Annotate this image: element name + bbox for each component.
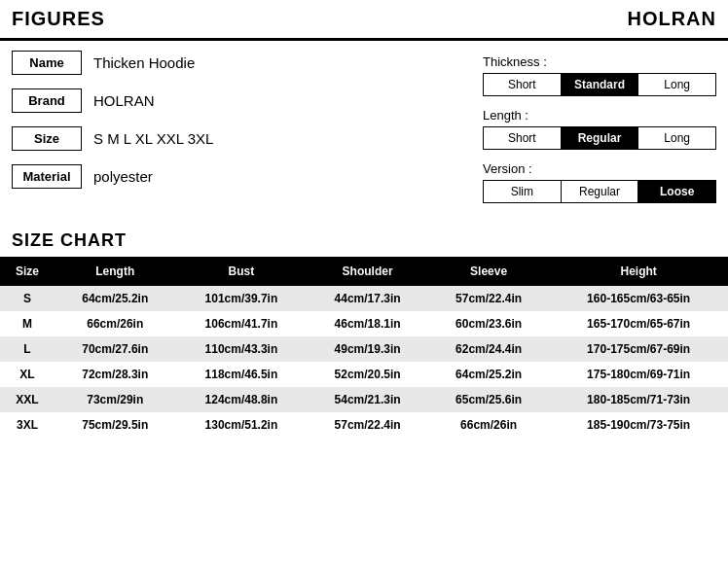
size-chart-section: SIZE CHART Size Length Bust Shoulder Sle… (0, 225, 728, 449)
length-label: Length : (483, 108, 716, 123)
table-cell: 170-175cm/67-69in (549, 336, 728, 362)
table-cell: 160-165cm/63-65in (549, 286, 728, 311)
table-cell: 72cm/28.3in (55, 362, 175, 387)
page-header: FIGURES HOLRAN (0, 0, 728, 41)
table-cell: 124cm/48.8in (175, 387, 307, 412)
col-sleeve: Sleeve (428, 257, 549, 286)
brand-value: HOLRAN (93, 92, 155, 109)
table-cell: 70cm/27.6in (55, 336, 175, 362)
length-buttons: Short Regular Long (483, 126, 716, 150)
length-short[interactable]: Short (484, 127, 562, 149)
table-cell: 62cm/24.4in (428, 336, 549, 362)
table-cell: 175-180cm/69-71in (549, 362, 728, 387)
version-loose[interactable]: Loose (638, 181, 715, 202)
thickness-group: Thickness : Short Standard Long (483, 54, 716, 96)
size-chart-title: SIZE CHART (0, 225, 728, 257)
header-brand: HOLRAN (627, 8, 716, 30)
table-row: XL72cm/28.3in118cm/46.5in52cm/20.5in64cm… (0, 362, 728, 387)
table-row: M66cm/26in106cm/41.7in46cm/18.1in60cm/23… (0, 311, 728, 336)
table-cell: 73cm/29in (55, 387, 175, 412)
table-row: XXL73cm/29in124cm/48.8in54cm/21.3in65cm/… (0, 387, 728, 412)
length-group: Length : Short Regular Long (483, 108, 716, 150)
name-value: Thicken Hoodie (93, 54, 195, 71)
version-regular[interactable]: Regular (562, 181, 639, 202)
table-row: L70cm/27.6in110cm/43.3in49cm/19.3in62cm/… (0, 336, 728, 362)
length-long[interactable]: Long (638, 127, 715, 149)
size-label: Size (12, 126, 82, 151)
brand-label: Brand (12, 88, 82, 113)
thickness-label: Thickness : (483, 54, 716, 69)
table-cell: 66cm/26in (428, 412, 549, 438)
material-label: Material (12, 164, 82, 189)
table-cell: 118cm/46.5in (175, 362, 307, 387)
table-row: 3XL75cm/29.5in130cm/51.2in57cm/22.4in66c… (0, 412, 728, 438)
name-label: Name (12, 51, 82, 75)
table-cell: 75cm/29.5in (55, 412, 175, 438)
table-cell: 64cm/25.2in (55, 286, 175, 311)
main-content: Name Thicken Hoodie Brand HOLRAN Size S … (0, 41, 728, 225)
thickness-standard[interactable]: Standard (562, 74, 639, 95)
page-title: FIGURES (12, 8, 105, 30)
table-cell: XXL (0, 387, 55, 412)
brand-row: Brand HOLRAN (12, 88, 463, 113)
col-shoulder: Shoulder (307, 257, 427, 286)
version-group: Version : Slim Regular Loose (483, 161, 716, 203)
thickness-short[interactable]: Short (484, 74, 562, 95)
table-cell: 65cm/25.6in (428, 387, 549, 412)
table-cell: 60cm/23.6in (428, 311, 549, 336)
name-row: Name Thicken Hoodie (12, 51, 463, 75)
table-cell: 106cm/41.7in (175, 311, 307, 336)
table-cell: 64cm/25.2in (428, 362, 549, 387)
col-bust: Bust (175, 257, 307, 286)
table-cell: 57cm/22.4in (307, 412, 427, 438)
thickness-long[interactable]: Long (638, 74, 715, 95)
table-cell: 57cm/22.4in (428, 286, 549, 311)
table-header-row: Size Length Bust Shoulder Sleeve Height (0, 257, 728, 286)
table-cell: M (0, 311, 55, 336)
version-label: Version : (483, 161, 716, 176)
table-cell: 101cm/39.7in (175, 286, 307, 311)
table-cell: 54cm/21.3in (307, 387, 427, 412)
table-row: S64cm/25.2in101cm/39.7in44cm/17.3in57cm/… (0, 286, 728, 311)
table-cell: XL (0, 362, 55, 387)
table-cell: L (0, 336, 55, 362)
table-cell: 110cm/43.3in (175, 336, 307, 362)
col-size: Size (0, 257, 55, 286)
table-cell: 46cm/18.1in (307, 311, 427, 336)
col-length: Length (55, 257, 175, 286)
length-regular[interactable]: Regular (562, 127, 639, 149)
col-height: Height (549, 257, 728, 286)
table-cell: 185-190cm/73-75in (549, 412, 728, 438)
right-panel: Thickness : Short Standard Long Length :… (483, 51, 716, 215)
version-buttons: Slim Regular Loose (483, 180, 716, 203)
thickness-buttons: Short Standard Long (483, 73, 716, 96)
size-value: S M L XL XXL 3XL (93, 130, 213, 147)
table-cell: 130cm/51.2in (175, 412, 307, 438)
size-row: Size S M L XL XXL 3XL (12, 126, 463, 151)
table-cell: 165-170cm/65-67in (549, 311, 728, 336)
material-value: polyester (93, 168, 153, 185)
version-slim[interactable]: Slim (484, 181, 562, 202)
table-cell: 49cm/19.3in (307, 336, 427, 362)
left-panel: Name Thicken Hoodie Brand HOLRAN Size S … (12, 51, 463, 215)
material-row: Material polyester (12, 164, 463, 189)
table-cell: 52cm/20.5in (307, 362, 427, 387)
table-cell: 180-185cm/71-73in (549, 387, 728, 412)
size-table: Size Length Bust Shoulder Sleeve Height … (0, 257, 728, 438)
table-cell: 44cm/17.3in (307, 286, 427, 311)
table-cell: S (0, 286, 55, 311)
table-cell: 66cm/26in (55, 311, 175, 336)
table-cell: 3XL (0, 412, 55, 438)
